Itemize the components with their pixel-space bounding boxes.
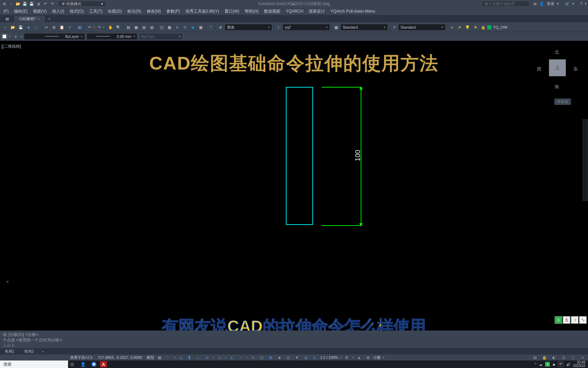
gizmo-icon[interactable]: ◎ — [303, 355, 309, 360]
isolate-icon[interactable]: ◐ — [551, 355, 557, 360]
dynamic-ucs-icon[interactable]: ⊡ — [285, 355, 292, 360]
viewcube-ucs-label[interactable]: 未命名 — [554, 98, 571, 105]
viewcube-west[interactable]: 西 — [537, 66, 541, 72]
document-tab[interactable]: CAD教程* × — [14, 16, 45, 22]
layer-select[interactable]: ByLayer ▾ — [24, 33, 85, 40]
open-icon[interactable]: 📂 — [15, 1, 21, 7]
polar-icon[interactable]: ⊙ — [204, 355, 211, 360]
windows-search[interactable]: 搜索 — [0, 361, 68, 368]
match-icon[interactable]: ✓ — [66, 24, 74, 31]
tool-palette-icon[interactable]: ▥ — [140, 24, 148, 31]
menu-window[interactable]: 窗口(W) — [222, 7, 242, 15]
print-icon[interactable]: 🖨 — [35, 1, 42, 7]
close-tab-icon[interactable]: × — [38, 17, 40, 21]
undo-icon[interactable]: ↶ — [42, 1, 48, 7]
layers-icon[interactable]: ⧉ — [181, 24, 189, 31]
copy-icon[interactable]: ⧉ — [50, 24, 58, 31]
app-icon[interactable]: 👤 — [78, 361, 88, 368]
lock-ui-icon[interactable]: 🔒 — [541, 355, 548, 360]
new-icon[interactable]: ▫ — [8, 1, 14, 7]
menu-draw[interactable]: 绘图(D) — [105, 7, 125, 15]
selection-cycling-icon[interactable]: ⧉ — [267, 355, 274, 360]
color-select[interactable]: ByColor ▾ — [139, 33, 183, 40]
hardware-accel-icon[interactable]: ⊡ — [560, 355, 567, 360]
tray-app-icon[interactable]: S — [545, 362, 550, 367]
quick-prop-icon[interactable]: ▤ — [532, 355, 538, 360]
task-view-icon[interactable]: ⊞ — [70, 362, 74, 367]
mleader-style-icon[interactable]: ↗ — [390, 24, 398, 31]
osnap-2d-icon[interactable]: ▫ — [237, 355, 244, 360]
command-window[interactable]: 或 [位移(D)] <位移>: 个点或 <使用第一个点作为位移>: 入命令 — [0, 331, 588, 348]
pan-icon[interactable]: ✋ — [107, 24, 114, 31]
sun-icon[interactable]: ☀ — [456, 24, 463, 31]
model-button[interactable]: 模型 — [147, 355, 154, 360]
ime-punct-icon[interactable]: °₀ — [579, 316, 587, 324]
selection-filter-icon[interactable]: ▼ — [294, 355, 300, 360]
props-icon[interactable]: ▤ — [125, 24, 132, 31]
chrome-icon[interactable] — [89, 361, 99, 368]
help-icon[interactable]: ? — [580, 2, 582, 6]
viewport-label[interactable]: ][二维线框] — [1, 44, 21, 49]
tray-up-icon[interactable]: ^ — [535, 363, 536, 366]
paste-icon[interactable]: 📋 — [58, 24, 66, 31]
layout-tab-1[interactable]: 布局1 — [0, 348, 19, 354]
ime-mode-label[interactable]: 五 — [563, 316, 570, 324]
lineweight-select[interactable]: 0.00 mm ▾ — [86, 33, 137, 40]
calc-icon[interactable]: ▦ — [166, 24, 173, 31]
undo-button[interactable]: ↶ — [86, 24, 93, 31]
linetype-icon[interactable]: ≡ — [12, 33, 19, 40]
command-input-line[interactable]: 入命令 — [3, 343, 585, 348]
viewcube-north[interactable]: 北 — [555, 49, 559, 55]
menu-dimension[interactable]: 标注(N) — [125, 7, 144, 15]
layer-icon[interactable]: ≡ — [174, 24, 181, 31]
search-input[interactable]: 键入关键字或短语 — [482, 1, 529, 7]
tray-cloud-icon[interactable]: ☁ — [539, 363, 542, 366]
help-button[interactable]: ? — [207, 24, 214, 31]
drawing-canvas[interactable]: ][二维线框] CAD绘图基础命令拉伸的使用方法 100 北 南 西 东 上 未… — [0, 41, 588, 341]
anno-scale[interactable]: 1:1 / 100% — [320, 355, 338, 359]
lock-icon[interactable]: 🔒 — [479, 24, 487, 31]
menu-yanxiu[interactable]: 燕秀工具箱2.88(Y) — [183, 7, 222, 15]
autocad-logo-icon[interactable]: A — [1, 1, 7, 7]
workspace-selector[interactable]: ⚙ 经典模式 ▾ — [59, 1, 106, 7]
workspace-icon[interactable]: ⚙ — [343, 355, 350, 360]
saveas-icon[interactable]: 💾 — [29, 1, 35, 7]
view-cube[interactable]: 北 南 西 东 上 未命名 — [537, 49, 578, 90]
layer-color-swatch[interactable] — [487, 25, 491, 29]
snap-icon[interactable]: ∷ — [165, 355, 172, 360]
ime-floating-badge[interactable]: S 五 ☽ °₀ — [555, 316, 587, 324]
taskbar-clock[interactable]: 20:49 2023/10 — [573, 361, 585, 368]
menu-yqarch[interactable]: YQARCH — [283, 7, 306, 15]
user-icon[interactable]: 👤 — [539, 2, 544, 6]
mleader-style-select[interactable]: Standard ▾ — [398, 24, 446, 31]
ime-sogou-icon[interactable]: S — [555, 316, 562, 324]
cart-icon[interactable]: 🛒 — [565, 2, 570, 6]
menu-dataview[interactable]: 数据视图 — [261, 7, 283, 15]
clean-screen-icon[interactable]: ▢ — [570, 355, 576, 360]
lineweight-icon[interactable]: ≡ — [249, 355, 256, 360]
menu-modify[interactable]: 修改(M) — [144, 7, 164, 15]
3dosnap-icon[interactable]: ◈ — [276, 355, 283, 360]
font-select[interactable]: 黑体 ▾ — [225, 24, 272, 31]
design-center-icon[interactable]: ▦ — [132, 24, 140, 31]
cut-icon[interactable]: ✂ — [43, 24, 50, 31]
bulb-icon[interactable]: 💡 — [464, 24, 471, 31]
dim-style-select[interactable]: yq2 ▾ — [282, 24, 330, 31]
menu-help[interactable]: 帮助(H) — [242, 7, 261, 15]
osnap-icon[interactable]: ∠ — [228, 355, 235, 360]
viewcube-south[interactable]: 南 — [555, 84, 559, 90]
menu-insert[interactable]: 插入(I) — [49, 7, 67, 15]
3d-icon[interactable]: ◈ — [189, 24, 197, 31]
isodraft-icon[interactable]: ◇ — [216, 355, 223, 360]
layout-tab-2[interactable]: 布局2 — [19, 348, 39, 354]
open-file-icon[interactable]: 📂 — [9, 24, 17, 31]
redo-button[interactable]: ↷ — [95, 24, 103, 31]
exchange-icon[interactable]: ⇄ — [534, 2, 537, 6]
ortho-icon[interactable]: ∟ — [195, 355, 202, 360]
new-file-icon[interactable]: ▫ — [1, 24, 9, 31]
navigation-bar[interactable] — [583, 119, 588, 201]
table-style-icon[interactable]: ▦ — [332, 24, 340, 31]
redo-icon[interactable]: ↷ — [49, 1, 55, 7]
sheet-set-icon[interactable]: ▤ — [148, 24, 156, 31]
transparency-icon[interactable]: ◫ — [258, 355, 265, 360]
